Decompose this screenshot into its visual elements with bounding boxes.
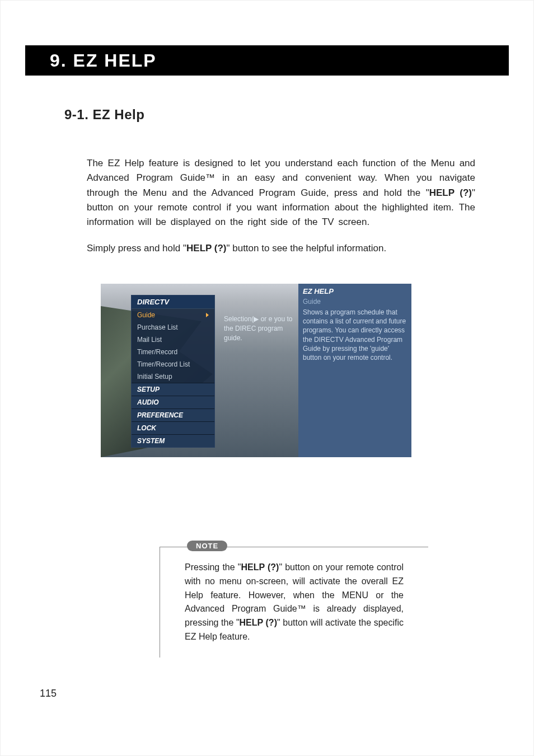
ezhelp-subtitle: Guide (303, 298, 407, 306)
p2-help-strong: HELP (?) (186, 243, 226, 253)
ezhelp-title: EZ HELP (303, 287, 407, 295)
menu-section-setup: SETUP (132, 383, 214, 396)
note-a: Pressing the " (185, 562, 241, 572)
section-heading: 9-1. EZ Help (64, 107, 509, 123)
menu-item-initial-setup: Initial Setup (132, 370, 214, 383)
hint-text: Selection(▶ or e you to the DIREC progra… (224, 314, 299, 342)
p2-c: " button to see the helpful information. (226, 243, 386, 253)
menu-section-preference: PREFERENCE (132, 408, 214, 421)
page-number: 115 (40, 688, 57, 699)
menu-item-guide: Guide (132, 309, 214, 321)
body-text: The EZ Help feature is designed to let y… (87, 156, 475, 256)
note-text: Pressing the "HELP (?)" button on your r… (185, 561, 404, 644)
paragraph-2: Simply press and hold "HELP (?)" button … (87, 241, 475, 256)
menu-item-label: Guide (137, 311, 155, 319)
note-b-strong: HELP (?) (241, 562, 279, 572)
ezhelp-body: Shows a program schedule that contains a… (303, 308, 407, 362)
directv-menu: DIRECTV Guide Purchase List Mail List Ti… (131, 295, 215, 448)
note-box: NOTE Pressing the "HELP (?)" button on y… (160, 547, 428, 658)
menu-section-audio: AUDIO (132, 396, 214, 408)
p1-a: The EZ Help feature is designed to let y… (87, 158, 475, 198)
menu-section-system: SYSTEM (132, 434, 214, 447)
p1-help-strong: HELP (?) (429, 187, 472, 198)
p2-a: Simply press and hold " (87, 243, 186, 253)
note-d-strong: HELP (?) (240, 618, 277, 627)
note-label: NOTE (187, 541, 227, 551)
ezhelp-panel: EZ HELP Guide Shows a program schedule t… (298, 284, 411, 457)
menu-item-purchase-list: Purchase List (132, 321, 214, 334)
menu-item-mail-list: Mail List (132, 334, 214, 346)
chapter-title: 9. EZ HELP (50, 50, 157, 71)
arrow-right-icon (206, 313, 209, 317)
chapter-bar: 9. EZ HELP (25, 45, 509, 76)
menu-item-timer-record: Timer/Record (132, 346, 214, 358)
menu-section-lock: LOCK (132, 421, 214, 434)
tv-screenshot: DIRECTV Guide Purchase List Mail List Ti… (101, 284, 411, 457)
menu-item-timer-record-list: Timer/Record List (132, 358, 214, 370)
paragraph-1: The EZ Help feature is designed to let y… (87, 156, 475, 230)
menu-title: DIRECTV (132, 295, 214, 309)
page-frame: 9. EZ HELP 9-1. EZ Help The EZ Help feat… (25, 45, 509, 711)
